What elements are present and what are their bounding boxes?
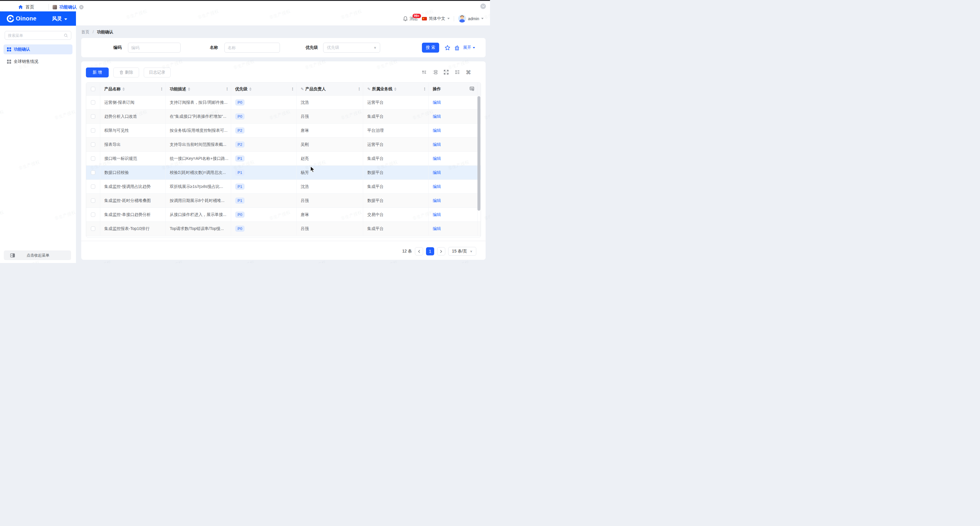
breadcrumb: 首页 / 功能确认 — [81, 30, 113, 35]
add-button[interactable]: 新 增 — [86, 67, 109, 77]
row-group-icon[interactable] — [433, 70, 438, 75]
col-feature-desc[interactable]: 功能描述⋮ — [165, 83, 231, 95]
edit-link[interactable]: 编辑 — [433, 142, 441, 147]
tabbar-chevron-down-icon[interactable] — [480, 3, 486, 9]
row-height-icon[interactable] — [455, 70, 460, 75]
table-row[interactable]: 数据口径校验 校验Σ(耗时桶次数)=调用总次... P1 杨芳 数据平台 编辑 — [86, 166, 480, 180]
row-checkbox[interactable] — [91, 226, 95, 231]
cell-business-line: 交易中台 — [363, 208, 429, 222]
edit-link[interactable]: 编辑 — [433, 212, 441, 217]
table-row[interactable]: 集成监控-慢调用占比趋势 双折线展示≥1s与≥8s慢占比... P1 沈浩 集成… — [86, 180, 480, 194]
collapse-menu-button[interactable]: 点击收起菜单 — [4, 250, 71, 260]
row-checkbox[interactable] — [91, 114, 95, 119]
row-checkbox[interactable] — [91, 212, 95, 217]
cell-owner: 吕强 — [297, 194, 363, 207]
row-checkbox[interactable] — [91, 171, 95, 175]
col-product-name[interactable]: 产品名称⋮ — [100, 83, 165, 95]
sort-icon[interactable] — [123, 88, 125, 91]
edit-link[interactable]: 编辑 — [433, 128, 441, 133]
favorite-star-icon[interactable] — [444, 45, 451, 51]
clear-brush-icon[interactable] — [454, 45, 460, 51]
edit-link[interactable]: 编辑 — [433, 170, 441, 175]
row-checkbox[interactable] — [91, 156, 95, 161]
row-checkbox[interactable] — [91, 198, 95, 203]
sort-asc-icon[interactable] — [422, 70, 426, 75]
sidebar-item-label: 全球销售情况 — [14, 59, 38, 64]
sidebar-item-feature-confirm[interactable]: 功能确认 — [3, 45, 72, 54]
tab-close-icon[interactable]: ✕ — [79, 5, 84, 10]
sidebar: 功能确认 全球销售情况 点击收起菜单 — [0, 26, 76, 263]
main-content: 首页 / 功能确认 编码 名称 优先级 优先级 ∨ 搜 索 展开 新 增 删除 — [76, 26, 490, 263]
search-button[interactable]: 搜 索 — [422, 43, 439, 53]
shortcut-command-icon[interactable]: ⌘ — [466, 70, 471, 75]
row-checkbox[interactable] — [91, 128, 95, 133]
col-business-line[interactable]: ✎所属业务线⋮ — [363, 83, 429, 95]
table-row[interactable]: 集成监控-单接口趋势分析 从接口操作栏进入，展示单接... P0 唐琳 交易中台… — [86, 208, 480, 222]
cell-actions: 编辑 — [429, 180, 478, 193]
sidebar-item-label: 功能确认 — [14, 47, 30, 52]
edit-link[interactable]: 编辑 — [433, 198, 441, 203]
select-all-checkbox[interactable] — [91, 87, 95, 91]
scrollbar-gutter-cell — [478, 222, 481, 236]
cell-priority: P0 — [231, 208, 297, 222]
page-number-button[interactable]: 1 — [426, 247, 434, 255]
fullscreen-icon[interactable] — [444, 70, 449, 75]
table-scrollbar-thumb[interactable] — [477, 96, 480, 211]
name-input[interactable] — [224, 43, 280, 53]
row-checkbox[interactable] — [91, 100, 95, 105]
cell-product-name: 趋势分析入口改造 — [100, 110, 165, 123]
cell-feature-desc: 在“集成接口”列表操作栏增加“... — [165, 110, 231, 123]
col-priority[interactable]: 优先级⋮ — [231, 83, 297, 95]
user-avatar — [458, 14, 466, 22]
row-checkbox[interactable] — [91, 184, 95, 189]
sort-icon[interactable] — [188, 88, 190, 91]
grid-icon — [7, 47, 11, 51]
expand-toggle[interactable]: 展开 — [463, 45, 475, 50]
priority-select[interactable]: 优先级 ∨ — [323, 43, 380, 53]
language-switcher[interactable]: ★ 简体中文 — [422, 16, 450, 21]
cell-actions: 编辑 — [429, 222, 478, 236]
edit-link[interactable]: 编辑 — [433, 100, 441, 105]
breadcrumb-home[interactable]: 首页 — [81, 30, 89, 34]
table-row[interactable]: 趋势分析入口改造 在“集成接口”列表操作栏增加“... P0 吕强 集成平台 编… — [86, 110, 480, 124]
table-row[interactable]: 接口唯一标识规范 统一接口Key=API名称+接口路... P1 赵亮 集成平台… — [86, 151, 480, 166]
sidebar-item-global-sales[interactable]: 全球销售情况 — [3, 57, 72, 67]
messages-button[interactable]: 消息 99+ — [403, 16, 418, 21]
sort-icon[interactable] — [394, 88, 396, 91]
cell-feature-desc: 双折线展示≥1s与≥8s慢占比... — [165, 180, 231, 193]
log-button[interactable]: 日志记录 — [144, 67, 171, 77]
col-owner[interactable]: ✎产品负责人⋮ — [297, 83, 363, 95]
browser-tab-bar: 首页 功能确认 ✕ — [0, 0, 490, 11]
column-config-icon[interactable] — [469, 86, 474, 92]
next-page-button[interactable] — [437, 247, 445, 255]
table-row[interactable]: 权限与可见性 按业务线/应用维度控制报表可... P2 唐琳 平台治理 编辑 — [86, 124, 480, 138]
edit-link[interactable]: 编辑 — [433, 226, 441, 231]
table-row[interactable]: 报表导出 支持导出当前时间范围报表截... P2 吴刚 运营平台 编辑 — [86, 138, 480, 151]
column-menu-icon[interactable]: ⋮ — [160, 87, 164, 91]
table-row[interactable]: 集成监控-耗时分桶堆叠图 按调用日期展示8个耗时桶堆... P1 吕强 数据平台… — [86, 194, 480, 208]
tab-active[interactable]: 功能确认 ✕ — [52, 2, 90, 12]
column-menu-icon[interactable]: ⋮ — [423, 87, 426, 91]
edit-link[interactable]: 编辑 — [433, 184, 441, 190]
edit-link[interactable]: 编辑 — [433, 114, 441, 119]
page-size-select[interactable]: 15 条/页 ∨ — [448, 247, 476, 256]
table-row[interactable]: 集成监控报表-Top10排行 Top请求数/Top错误率/Top慢... P0 … — [86, 222, 480, 236]
tab-home[interactable]: 首页 — [18, 2, 34, 12]
menu-search-input[interactable] — [8, 33, 64, 38]
message-count-badge: 99+ — [412, 13, 422, 18]
table-row[interactable]: 运营侧-报表订阅 支持订阅报表，按日/周邮件推... P0 沈浩 运营平台 编辑 — [86, 96, 480, 110]
edit-link[interactable]: 编辑 — [433, 156, 441, 161]
workspace-switcher[interactable]: 风灵 — [52, 15, 67, 22]
code-input[interactable] — [128, 43, 181, 53]
column-menu-icon[interactable]: ⋮ — [291, 87, 294, 91]
pagination: 12 条 1 15 条/页 ∨ — [402, 245, 476, 257]
row-checkbox[interactable] — [91, 142, 95, 147]
user-menu[interactable]: admin — [458, 14, 484, 22]
column-menu-icon[interactable]: ⋮ — [357, 87, 361, 91]
cell-feature-desc: 按调用日期展示8个耗时桶堆... — [165, 194, 231, 207]
prev-page-button[interactable] — [415, 247, 423, 255]
sort-icon[interactable] — [249, 88, 251, 91]
table-card: 新 增 删除 日志记录 ⌘ 产品名称⋮ 功能描述⋮ 优先级⋮ ✎产品负责人⋮ ✎… — [81, 61, 485, 260]
delete-button[interactable]: 删除 — [113, 67, 139, 77]
column-menu-icon[interactable]: ⋮ — [225, 87, 229, 91]
